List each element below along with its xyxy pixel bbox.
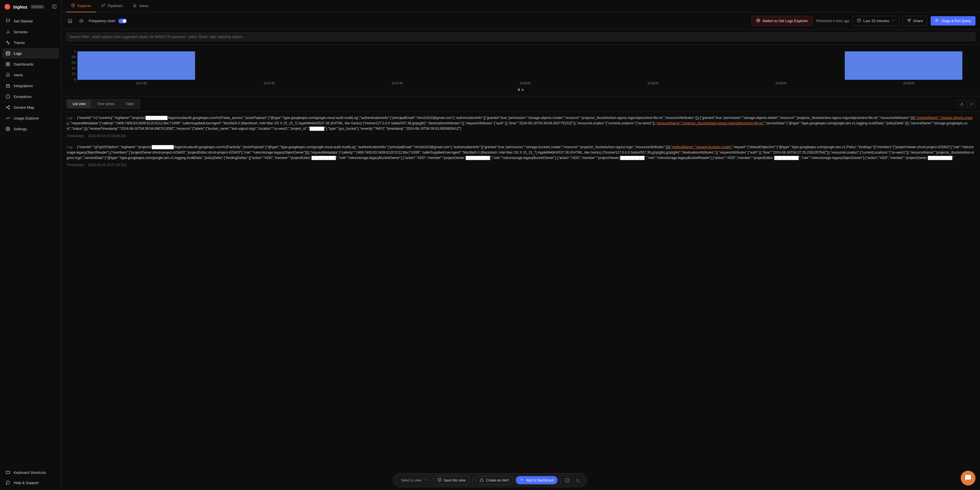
svg-point-25 [102, 6, 103, 7]
tab-pipelines[interactable]: Pipelines [96, 0, 127, 12]
dashboards-icon [6, 62, 10, 66]
svg-marker-22 [73, 5, 74, 6]
switch-old-label: Switch to Old Logs Explorer [762, 19, 808, 23]
svg-rect-7 [8, 62, 10, 64]
sidebar-item-label: Dashboards [14, 62, 33, 66]
view-tab-list[interactable]: List view [67, 100, 91, 108]
view-tabs: List view Time series Table [66, 99, 140, 109]
save-view-button[interactable]: Save this view [433, 476, 470, 485]
sidebar-item-label: Get Started [14, 19, 32, 23]
svg-rect-6 [6, 62, 8, 64]
chat-fab[interactable] [961, 471, 975, 485]
integrations-icon [6, 83, 10, 88]
plus-icon [520, 478, 524, 483]
main-tabs: ExplorerPipelinesViews [62, 0, 980, 13]
time-range-picker[interactable]: Last 15 minutes [853, 16, 899, 26]
sidebar-item-dashboards[interactable]: Dashboards [2, 59, 59, 69]
create-alert-button[interactable]: Create an Alert [476, 476, 513, 485]
save-view-label: Save this view [444, 478, 466, 482]
svg-line-17 [7, 108, 9, 109]
sidebar-bottom: Keyboard ShortcutsHelp & Support [0, 465, 61, 490]
sidebar-item-label: Keyboard Shortcuts [14, 471, 46, 475]
sidebar-item-label: Service Map [14, 105, 34, 110]
time-range-label: Last 15 minutes [863, 19, 889, 23]
svg-text:1: 1 [74, 49, 76, 53]
svg-text:10:08:20: 10:08:20 [648, 82, 659, 85]
help-icon [6, 480, 10, 485]
search-filter-input[interactable] [66, 32, 975, 41]
frequency-chart-toggle-group: Frequency chart [89, 19, 127, 23]
view-tab-timeseries[interactable]: Time series [91, 100, 120, 108]
alerts-icon [6, 73, 10, 77]
info-icon[interactable] [563, 476, 571, 484]
sidebar-item-integrations[interactable]: Integrations [2, 81, 59, 91]
legend-dot-icon [518, 89, 520, 91]
frequency-chart: 00.20.40.60.8110:07:0010:07:2010:07:4010… [62, 45, 980, 96]
terminal-icon[interactable] [574, 476, 582, 484]
log-body: {"insertId":"1jt7gd2f10p9zm","logName":"… [67, 145, 974, 160]
sidebar-item-help[interactable]: Help & Support [2, 477, 59, 488]
play-icon [935, 18, 939, 23]
log-entry[interactable]: Log :{"insertId":"v17szeenIcj","logName"… [67, 115, 975, 139]
send-icon [907, 18, 911, 23]
sidebar-item-traces[interactable]: Traces [2, 37, 59, 48]
sidebar-item-usage-explorer[interactable]: Usage Explorer [2, 113, 59, 123]
save-query-icon[interactable] [66, 17, 74, 25]
svg-text:10:07:40: 10:07:40 [391, 82, 402, 85]
svg-text:0: 0 [74, 78, 76, 81]
create-alert-label: Create an Alert [486, 478, 509, 482]
main: ExplorerPipelinesViews Frequency chart S… [62, 0, 980, 490]
sidebar-item-logs[interactable]: Logs [2, 48, 59, 59]
chat-icon [965, 474, 972, 482]
sidebar-item-label: Usage Explorer [14, 116, 39, 120]
frequency-chart-toggle[interactable] [118, 19, 127, 23]
triangle-alert-icon [480, 478, 484, 483]
usage-explorer-icon [6, 116, 10, 120]
select-view-dropdown[interactable]: Select a view [398, 476, 430, 484]
sidebar-item-services[interactable]: Services [2, 27, 59, 37]
view-tab-table[interactable]: Table [120, 100, 140, 108]
chevron-down-icon [891, 19, 895, 23]
view-query-icon[interactable] [77, 17, 85, 25]
svg-text:10:07:20: 10:07:20 [264, 82, 275, 85]
sidebar-item-settings[interactable]: Settings [2, 124, 59, 134]
download-icon[interactable] [958, 100, 966, 108]
logo-row: SigNoz CLOUD [0, 0, 61, 14]
svg-text:0.8: 0.8 [72, 55, 76, 59]
exceptions-icon [6, 94, 10, 99]
bottom-action-bar: Select a view Save this view Create an A… [393, 473, 587, 487]
sidebar-item-keyboard[interactable]: Keyboard Shortcuts [2, 467, 59, 477]
share-button[interactable]: Share [903, 16, 927, 26]
svg-text:0.4: 0.4 [72, 67, 76, 70]
timestamp-value: 2024-08-16 10:07:29.333 [88, 163, 126, 167]
svg-text:10:08:00: 10:08:00 [520, 82, 531, 85]
svg-rect-20 [6, 471, 10, 474]
svg-rect-10 [6, 85, 10, 88]
bookmark-icon [438, 478, 442, 483]
sidebar-item-alerts[interactable]: Alerts [2, 70, 59, 80]
tab-explorer[interactable]: Explorer [66, 0, 96, 12]
timestamp-value: 2024-08-16 10:09:08.241 [88, 134, 126, 138]
sidebar-item-get-started[interactable]: Get Started [2, 16, 59, 26]
svg-point-15 [6, 107, 7, 108]
tab-icon [101, 3, 105, 8]
svg-text:0.2: 0.2 [72, 72, 76, 75]
sidebar-collapse-icon[interactable] [52, 4, 57, 10]
sidebar-item-label: Exceptions [14, 94, 32, 99]
add-dashboard-button[interactable]: Add to Dashboard [516, 476, 557, 484]
sidebar-item-exceptions[interactable]: Exceptions [2, 91, 59, 102]
switch-old-logs-button[interactable]: Switch to Old Logs Explorer [751, 16, 813, 26]
tab-label: Explorer [77, 4, 91, 8]
settings-sliders-icon[interactable] [967, 100, 975, 108]
svg-point-19 [7, 128, 8, 129]
svg-marker-33 [936, 19, 938, 22]
run-label: Stage & Run Query [942, 19, 971, 23]
legend-label: A [522, 88, 524, 91]
tab-views[interactable]: Views [127, 0, 154, 12]
svg-rect-9 [6, 64, 8, 66]
svg-rect-0 [53, 5, 56, 8]
refreshed-label: Refreshed 4 mins ago [816, 19, 849, 23]
log-entry[interactable]: Log :{"insertId":"1jt7gd2f10p9zm","logNa… [67, 145, 975, 168]
sidebar-item-service-map[interactable]: Service Map [2, 102, 59, 112]
stage-run-button[interactable]: Stage & Run Query [931, 16, 975, 26]
